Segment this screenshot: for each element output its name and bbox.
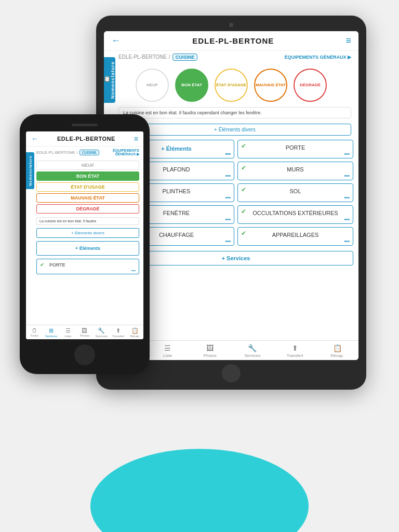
- nav-photos-label: Photos: [204, 353, 217, 358]
- phone-liste-icon: ☰: [65, 327, 71, 334]
- phone-states: NEUF BON ÉTAT ÉTAT D'USAGE MAUVAIS ÉTAT …: [26, 158, 143, 216]
- check-icon: ✔: [241, 208, 246, 215]
- phone-nav-photos[interactable]: 🖼 Photos: [76, 325, 93, 339]
- phone-transfert-icon: ⬆: [116, 327, 121, 334]
- item-sol[interactable]: ✔ SOL •••: [237, 183, 353, 202]
- phone-nav-transfert-label: Transfert: [112, 335, 125, 338]
- item-murs[interactable]: ✔ MURS •••: [237, 162, 353, 180]
- item-occultations[interactable]: ✔ OCCULTATIONS EXTÉRIEURES •••: [237, 205, 353, 224]
- state-mauvais[interactable]: MAUVAIS ÉTAT: [254, 69, 287, 102]
- phone-title: EDLE-PL-BERTONE: [57, 136, 115, 142]
- phone-breadcrumb-sep: /: [76, 150, 77, 155]
- phone-nav-recap-label: Récap.: [130, 335, 140, 338]
- breadcrumb-separator: /: [169, 54, 170, 60]
- phone-nav-recap[interactable]: 📋 Récap.: [127, 325, 143, 339]
- phone-nav-sections-label: Sections: [45, 335, 57, 338]
- phone-device: Nomenclature ← EDLE-PL-BERTONE ≡ EDLE-PL…: [20, 114, 150, 374]
- clipboard-icon: 📋: [104, 76, 110, 82]
- phone-nav-services[interactable]: 🔧 Services: [93, 325, 110, 339]
- nomenclature-side-tab[interactable]: 📋 Nomenclature: [104, 57, 115, 103]
- tablet-header: ← EDLE-PL-BERTONE ≡: [104, 31, 358, 51]
- phone-item-porte[interactable]: ✔ PORTE •••: [36, 259, 139, 274]
- nav-transfert-label: Transfert: [287, 353, 303, 358]
- phone-fiche-icon: 🗒: [32, 327, 37, 334]
- phone-bottom-nav: 🗒 Fiche ⊞ Sections ☰ Liste 🖼 Photos 🔧 Se…: [26, 325, 143, 339]
- more-icon[interactable]: •••: [225, 173, 231, 179]
- more-icon[interactable]: •••: [225, 151, 231, 157]
- phone-nav-fiche-label: Fiche: [31, 334, 38, 337]
- phone-recap-icon: 📋: [131, 327, 139, 334]
- phone-breadcrumb-parent[interactable]: EDLE-PL-BERTONE: [36, 150, 75, 155]
- phone-equipements-link[interactable]: ÉQUIPEMENTSGÉNÉRAUX ▶: [101, 149, 139, 156]
- tablet-breadcrumb: EDLE-PL-BERTONE / CUISINE ÉQUIPEMENTS GÉ…: [104, 51, 358, 63]
- more-icon[interactable]: •••: [344, 151, 350, 157]
- more-icon[interactable]: •••: [225, 217, 231, 222]
- tablet-states: NEUF BON ÉTAT ÉTAT D'USAGE MAUVAIS ÉTAT …: [104, 63, 358, 107]
- phone-state-usage[interactable]: ÉTAT D'USAGE: [36, 182, 139, 192]
- phone-elements-divers-button[interactable]: + Éléments divers: [36, 228, 139, 238]
- breadcrumb-current[interactable]: CUISINE: [172, 54, 198, 61]
- nav-liste[interactable]: ☰ Liste: [147, 341, 189, 360]
- phone-comment[interactable]: La cuisine est en bon état. Il faudra: [36, 217, 139, 225]
- item-appareillages[interactable]: ✔ APPAREILLAGES •••: [237, 227, 353, 246]
- state-neuf[interactable]: NEUF: [136, 69, 169, 102]
- phone-breadcrumb: EDLE-PL-BERTONE / CUISINE ÉQUIPEMENTSGÉN…: [26, 147, 143, 158]
- phone-screen: Nomenclature ← EDLE-PL-BERTONE ≡ EDLE-PL…: [26, 131, 143, 339]
- services-button[interactable]: + Services: [118, 251, 353, 265]
- nav-photos[interactable]: 🖼 Photos: [189, 341, 231, 360]
- phone-breadcrumb-current[interactable]: CUISINE: [79, 150, 99, 155]
- tablet-title: EDLE-PL-BERTONE: [192, 36, 274, 45]
- liste-icon: ☰: [164, 344, 171, 352]
- phone-add-elements-button[interactable]: + Éléments: [36, 241, 139, 256]
- phone-state-bon-etat[interactable]: BON ÉTAT: [36, 171, 139, 181]
- phone-porte-label: PORTE: [49, 262, 65, 268]
- phone-nav-liste[interactable]: ☰ Liste: [60, 325, 76, 339]
- tablet-comment[interactable]: La cuisine est en bon état. Il faudra ce…: [118, 107, 351, 118]
- phone-nav-fiche[interactable]: 🗒 Fiche: [26, 325, 43, 339]
- state-bon-etat[interactable]: BON ÉTAT: [175, 69, 208, 102]
- phone-photos-icon: 🖼: [82, 327, 87, 334]
- more-icon[interactable]: •••: [225, 195, 231, 201]
- state-usage[interactable]: ÉTAT D'USAGE: [215, 69, 248, 102]
- phone-home-button[interactable]: [74, 344, 95, 365]
- background-circle: [90, 449, 309, 532]
- tablet-home-button[interactable]: [222, 364, 241, 382]
- more-icon[interactable]: •••: [344, 195, 350, 201]
- back-arrow-icon[interactable]: ←: [111, 35, 121, 46]
- elements-divers-button[interactable]: + Éléments divers: [118, 124, 351, 136]
- phone-nav-services-label: Services: [96, 335, 108, 338]
- phone-back-arrow-icon[interactable]: ←: [31, 135, 38, 143]
- nav-recap[interactable]: 📋 Récap.: [316, 341, 358, 360]
- phone-speaker: [72, 124, 98, 126]
- phone-nav-sections[interactable]: ⊞ Sections: [43, 325, 59, 339]
- check-icon: ✔: [241, 230, 246, 237]
- nav-liste-label: Liste: [163, 353, 172, 358]
- state-degrade[interactable]: DÉGRADÉ: [294, 69, 327, 102]
- breadcrumb-parent[interactable]: EDLE-PL-BERTONE: [118, 54, 167, 60]
- side-tab-label: Nomenclature: [110, 61, 115, 99]
- item-porte[interactable]: ✔ PORTE •••: [237, 140, 353, 158]
- tablet-grid: + Éléments ••• ✔ PORTE ••• ✔ PLAFOND •••: [118, 138, 353, 248]
- recap-icon: 📋: [333, 344, 342, 352]
- more-icon[interactable]: •••: [344, 217, 350, 222]
- phone-sections-icon: ⊞: [49, 327, 54, 334]
- check-icon: ✔: [241, 186, 246, 193]
- equipements-link[interactable]: ÉQUIPEMENTS GÉNÉRAUX ▶: [200, 55, 351, 60]
- phone-more-icon[interactable]: •••: [131, 268, 136, 273]
- more-icon[interactable]: •••: [225, 238, 231, 244]
- more-icon[interactable]: •••: [344, 173, 350, 179]
- nav-services-label: Services: [245, 353, 261, 358]
- nav-services[interactable]: 🔧 Services: [231, 341, 274, 360]
- hamburger-icon[interactable]: ≡: [345, 35, 351, 46]
- transfert-icon: ⬆: [292, 344, 298, 352]
- phone-state-mauvais[interactable]: MAUVAIS ÉTAT: [36, 193, 139, 203]
- phone-state-degrade[interactable]: DÉGRADÉ: [36, 204, 139, 214]
- phone-nav-transfert[interactable]: ⬆ Transfert: [110, 325, 126, 339]
- phone-state-neuf[interactable]: NEUF: [36, 161, 139, 170]
- phone-nomenclature-tab[interactable]: Nomenclature: [26, 152, 34, 189]
- photos-icon: 🖼: [206, 344, 214, 352]
- phone-hamburger-icon[interactable]: ≡: [134, 135, 138, 143]
- add-elements-label: + Éléments: [161, 145, 191, 152]
- nav-transfert[interactable]: ⬆ Transfert: [274, 341, 316, 360]
- more-icon[interactable]: •••: [344, 238, 350, 244]
